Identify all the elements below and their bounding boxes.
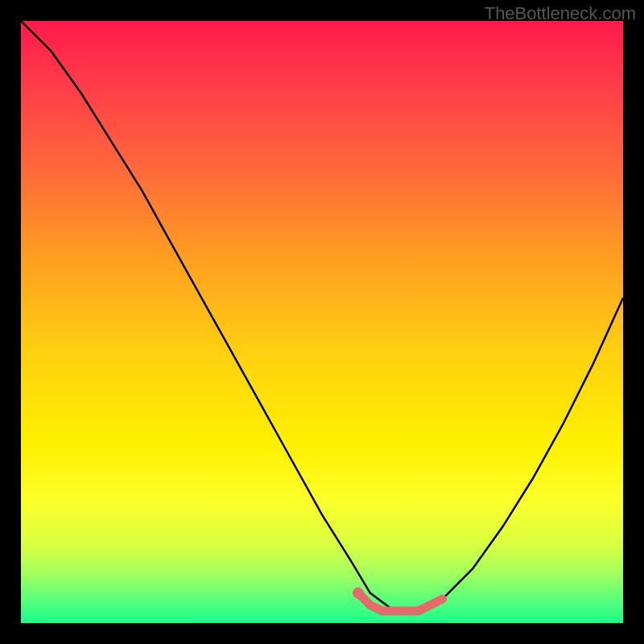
optimal-point-marker: [353, 588, 364, 599]
watermark-text: TheBottleneck.com: [485, 3, 636, 24]
chart-plot-area: [21, 21, 623, 623]
bottleneck-curve-path: [21, 21, 623, 611]
optimal-zone-highlight: [358, 593, 443, 611]
chart-svg: [21, 21, 623, 623]
